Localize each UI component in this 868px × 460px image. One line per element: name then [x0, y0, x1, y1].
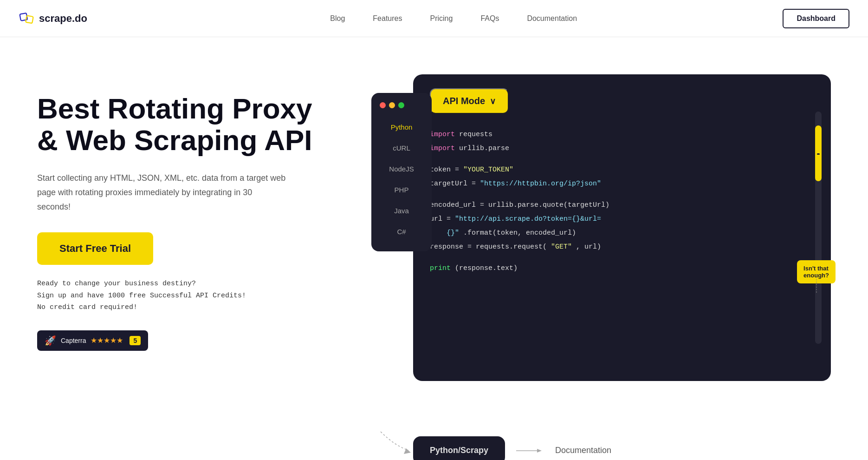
lang-php[interactable]: PHP: [371, 179, 432, 200]
documentation-link[interactable]: Documentation: [555, 446, 611, 455]
right-arrow-icon: [516, 446, 544, 455]
lang-curl[interactable]: cURL: [371, 138, 432, 158]
scrollbar-notch: [817, 153, 820, 155]
navbar: scrape.do Blog Features Pricing FAQs Doc…: [0, 0, 868, 37]
svg-marker-4: [537, 449, 542, 453]
logo-icon: [19, 10, 35, 27]
hero-note-line3: No credit card required!: [37, 303, 137, 311]
logo-link[interactable]: scrape.do: [19, 10, 87, 27]
code-line-4: targetUrl = "https://httpbin.org/ip?json…: [430, 177, 786, 191]
api-mode-label: API Mode: [443, 96, 485, 106]
hero-right: Python cURL NodeJS PHP Java C# API Mode …: [371, 74, 831, 400]
code-line-8: response = requests.request( "GET" , url…: [430, 240, 786, 254]
nav-documentation[interactable]: Documentation: [527, 14, 577, 23]
code-blank-3: [430, 254, 786, 262]
bottom-python-scrapy-card[interactable]: Python/Scrapy: [413, 436, 505, 460]
dashboard-button[interactable]: Dashboard: [783, 9, 849, 28]
hero-title: Best Rotating Proxy& Web Scraping API: [37, 93, 334, 156]
chevron-down-icon: ∨: [490, 96, 496, 106]
arrow-to-docs: [516, 446, 544, 455]
capterra-rating: 5: [130, 336, 141, 345]
scrollbar-thumb: [815, 125, 822, 181]
hero-note: Ready to change your business destiny? S…: [37, 278, 334, 314]
code-blank-1: [430, 156, 786, 163]
nav-pricing[interactable]: Pricing: [430, 14, 453, 23]
dot-green: [398, 102, 404, 108]
hero-left: Best Rotating Proxy& Web Scraping API St…: [37, 74, 334, 351]
capterra-label: Capterra: [61, 337, 86, 344]
code-scrollbar[interactable]: [815, 112, 822, 344]
code-editor: import requests import urllib.parse toke…: [430, 128, 814, 276]
start-free-trial-button[interactable]: Start Free Trial: [37, 232, 153, 265]
dot-red: [380, 102, 386, 108]
hero-note-line2: Sign up and have 1000 free Successful AP…: [37, 292, 246, 300]
api-mode-button[interactable]: API Mode ∨: [430, 88, 509, 114]
lang-python[interactable]: Python: [371, 117, 432, 138]
code-line-7: {}" .format(token, encoded_url): [430, 226, 786, 240]
lang-java[interactable]: Java: [371, 200, 432, 221]
code-line-1: import requests: [430, 128, 786, 142]
hero-note-line1: Ready to change your business destiny?: [37, 280, 196, 288]
capterra-badge[interactable]: 🚀 Capterra ★★★★★ 5: [37, 330, 148, 351]
logo-text: scrape.do: [39, 13, 87, 25]
code-blank-2: [430, 191, 786, 198]
language-panel: Python cURL NodeJS PHP Java C#: [371, 93, 432, 251]
tooltip-text: Isn't thatenough?: [803, 265, 829, 279]
window-dots: [371, 102, 432, 117]
code-panel: API Mode ∨ import requests import urllib…: [413, 74, 831, 381]
dashed-arrow-1: [376, 427, 413, 455]
tooltip-bubble: Isn't thatenough?: [797, 260, 836, 283]
dot-yellow: [389, 102, 395, 108]
nav-blog[interactable]: Blog: [330, 14, 345, 23]
lang-csharp[interactable]: C#: [371, 221, 432, 242]
hero-subtitle: Start collecting any HTML, JSON, XML, et…: [37, 171, 288, 214]
bottom-card-label: Python/Scrapy: [430, 446, 488, 455]
hero-section: Best Rotating Proxy& Web Scraping API St…: [0, 37, 868, 455]
code-line-9: print (response.text): [430, 262, 786, 276]
nav-faqs[interactable]: FAQs: [480, 14, 499, 23]
code-line-6: url = "http://api.scrape.do?token={}&url…: [430, 212, 786, 226]
code-line-5: encoded_url = urllib.parse.quote(targetU…: [430, 198, 786, 212]
code-line-3: token = "YOUR_TOKEN": [430, 163, 786, 177]
nav-features[interactable]: Features: [373, 14, 402, 23]
rocket-icon: 🚀: [45, 335, 56, 346]
nav-links: Blog Features Pricing FAQs Documentation: [124, 14, 783, 23]
code-line-2: import urllib.parse: [430, 142, 786, 156]
lang-nodejs[interactable]: NodeJS: [371, 158, 432, 179]
capterra-stars: ★★★★★: [91, 336, 123, 345]
